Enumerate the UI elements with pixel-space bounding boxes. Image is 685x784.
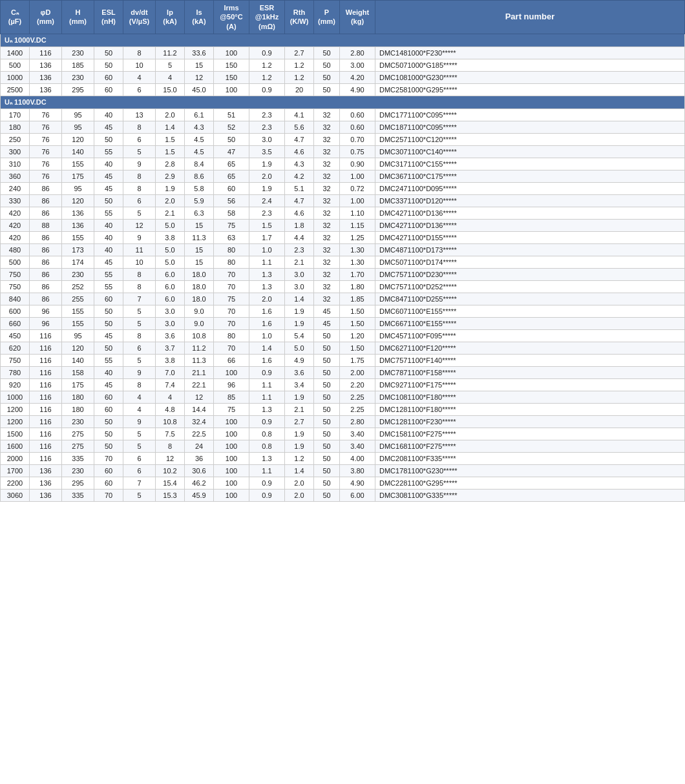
cell-Weight: 6.00 bbox=[340, 489, 375, 501]
cell-phiD: 136 bbox=[30, 477, 62, 489]
cell-P: 32 bbox=[314, 231, 340, 243]
cell-Is: 18.0 bbox=[185, 293, 214, 305]
cell-Irms: 75 bbox=[214, 219, 249, 231]
cell-part: DMC5071100*D174***** bbox=[375, 256, 685, 268]
cell-H: 136 bbox=[62, 207, 94, 219]
cell-ESR: 0.8 bbox=[249, 428, 285, 440]
cell-part: DMC7871100*F158***** bbox=[375, 366, 685, 378]
cell-Weight: 4.20 bbox=[340, 71, 375, 83]
cell-Weight: 2.80 bbox=[340, 46, 375, 59]
cell-Irms: 85 bbox=[214, 391, 249, 403]
cell-ESR: 1.1 bbox=[249, 378, 285, 391]
cell-P: 50 bbox=[314, 452, 340, 464]
cell-phiD: 86 bbox=[30, 293, 62, 305]
cell-Ip: 5.0 bbox=[156, 243, 185, 256]
column-header-esl: ESL(nH) bbox=[94, 1, 123, 34]
column-header-p: P(mm) bbox=[314, 1, 340, 34]
cell-Is: 9.0 bbox=[185, 305, 214, 317]
cell-Rth: 1.2 bbox=[285, 71, 314, 83]
cell-part: DMC2571100*C120***** bbox=[375, 133, 685, 145]
cell-H: 95 bbox=[62, 182, 94, 194]
cell-P: 50 bbox=[314, 71, 340, 83]
cell-ESR: 0.9 bbox=[249, 489, 285, 501]
cell-dvdt: 9 bbox=[123, 231, 156, 243]
cell-ESL: 60 bbox=[94, 293, 123, 305]
cell-Irms: 75 bbox=[214, 293, 249, 305]
cell-cn: 600 bbox=[1, 305, 30, 317]
cell-Ip: 3.8 bbox=[156, 231, 185, 243]
cell-cn: 1500 bbox=[1, 428, 30, 440]
cell-phiD: 76 bbox=[30, 108, 62, 121]
cell-Is: 45.0 bbox=[185, 83, 214, 96]
cell-H: 155 bbox=[62, 305, 94, 317]
table-row: 4808617340115.015801.02.3321.30DMC487110… bbox=[1, 243, 685, 256]
column-header-cn: Cₙ(µF) bbox=[1, 1, 30, 34]
cell-Is: 4.3 bbox=[185, 121, 214, 133]
cell-Ip: 7.4 bbox=[156, 378, 185, 391]
cell-ESR: 1.9 bbox=[249, 158, 285, 170]
cell-ESL: 50 bbox=[94, 342, 123, 354]
cell-dvdt: 8 bbox=[123, 170, 156, 182]
cell-Weight: 0.90 bbox=[340, 158, 375, 170]
cell-Weight: 4.90 bbox=[340, 83, 375, 96]
cell-H: 155 bbox=[62, 317, 94, 329]
cell-part: DMC3071100*C140***** bbox=[375, 145, 685, 158]
cell-dvdt: 5 bbox=[123, 207, 156, 219]
cell-H: 335 bbox=[62, 489, 94, 501]
cell-P: 50 bbox=[314, 378, 340, 391]
cell-phiD: 86 bbox=[30, 231, 62, 243]
cell-cn: 2200 bbox=[1, 477, 30, 489]
cell-Weight: 1.80 bbox=[340, 280, 375, 293]
cell-P: 32 bbox=[314, 280, 340, 293]
cell-ESR: 3.5 bbox=[249, 145, 285, 158]
cell-Weight: 1.50 bbox=[340, 317, 375, 329]
cell-phiD: 88 bbox=[30, 219, 62, 231]
cell-dvdt: 10 bbox=[123, 256, 156, 268]
cell-part: DMC2471100*D095***** bbox=[375, 182, 685, 194]
cell-dvdt: 5 bbox=[123, 145, 156, 158]
cell-Is: 46.2 bbox=[185, 477, 214, 489]
cell-Ip: 7.0 bbox=[156, 366, 185, 378]
cell-Irms: 66 bbox=[214, 354, 249, 366]
cell-ESL: 45 bbox=[94, 329, 123, 342]
cell-H: 95 bbox=[62, 108, 94, 121]
cell-Ip: 11.2 bbox=[156, 46, 185, 59]
table-row: 12001161806044.814.4751.32.1502.25DMC128… bbox=[1, 403, 685, 415]
cell-phiD: 86 bbox=[30, 207, 62, 219]
cell-Is: 30.6 bbox=[185, 464, 214, 477]
section-label: Uₙ 1100V.DC bbox=[1, 96, 685, 108]
cell-Irms: 100 bbox=[214, 489, 249, 501]
cell-Is: 45.9 bbox=[185, 489, 214, 501]
cell-part: DMC1581100*F275***** bbox=[375, 428, 685, 440]
cell-P: 50 bbox=[314, 428, 340, 440]
cell-phiD: 86 bbox=[30, 182, 62, 194]
cell-phiD: 76 bbox=[30, 121, 62, 133]
cell-cn: 2000 bbox=[1, 452, 30, 464]
table-row: 16001162755058241000.81.9503.40DMC168110… bbox=[1, 440, 685, 452]
cell-ESL: 50 bbox=[94, 317, 123, 329]
cell-Irms: 100 bbox=[214, 452, 249, 464]
cell-Rth: 3.4 bbox=[285, 378, 314, 391]
cell-dvdt: 7 bbox=[123, 293, 156, 305]
cell-ESL: 55 bbox=[94, 354, 123, 366]
cell-Weight: 0.75 bbox=[340, 145, 375, 158]
cell-ESL: 70 bbox=[94, 452, 123, 464]
cell-ESR: 1.6 bbox=[249, 305, 285, 317]
cell-part: DMC3171100*C155***** bbox=[375, 158, 685, 170]
cell-ESR: 1.3 bbox=[249, 268, 285, 280]
cell-ESR: 2.4 bbox=[249, 194, 285, 207]
cell-ESR: 1.0 bbox=[249, 329, 285, 342]
cell-phiD: 116 bbox=[30, 440, 62, 452]
cell-Weight: 3.80 bbox=[340, 464, 375, 477]
cell-cn: 920 bbox=[1, 378, 30, 391]
cell-Is: 11.2 bbox=[185, 342, 214, 354]
cell-ESL: 50 bbox=[94, 59, 123, 71]
table-row: 170769540132.06.1512.34.1320.60DMC177110… bbox=[1, 108, 685, 121]
cell-cn: 840 bbox=[1, 293, 30, 305]
cell-part: DMC4571100*F095***** bbox=[375, 329, 685, 342]
cell-part: DMC6071100*E155***** bbox=[375, 305, 685, 317]
cell-cn: 480 bbox=[1, 243, 30, 256]
cell-phiD: 116 bbox=[30, 366, 62, 378]
cell-ESR: 1.3 bbox=[249, 280, 285, 293]
cell-part: DMC7571100*F140***** bbox=[375, 354, 685, 366]
